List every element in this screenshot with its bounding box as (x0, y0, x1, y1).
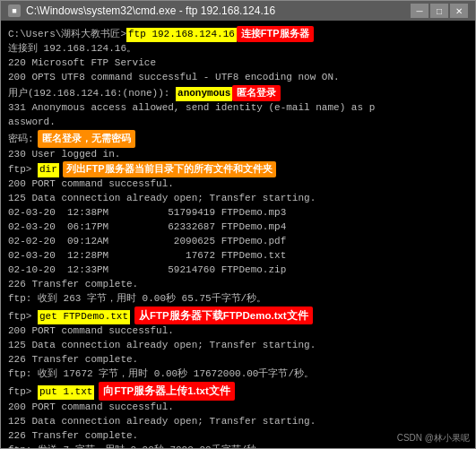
line-stats-1: ftp: 收到 263 字节，用时 0.00秒 65.75千字节/秒。 (8, 292, 468, 307)
line-dir-2: 02-03-20 06:17PM 62332687 FTPDemo.mp4 (8, 220, 468, 235)
line-put-125: 125 Data connection already open; Transf… (8, 415, 468, 429)
prompt-path: C:\Users\湖科大教书匠> (8, 28, 126, 42)
line-11: 200 PORT command successful. (8, 177, 468, 192)
watermark-author: @林小果呢 (425, 433, 470, 443)
annotation-anon-note: 匿名登录，无需密码 (38, 130, 135, 148)
line-3: 220 Microsoft FTP Service (8, 56, 468, 71)
line-9: 230 User logged in. (8, 148, 468, 162)
line-get-226: 226 Transfer complete. (8, 353, 468, 367)
title-bar-buttons[interactable]: ─ □ ✕ (411, 4, 468, 18)
line-12: 125 Data connection already open; Transf… (8, 192, 468, 206)
minimize-button[interactable]: ─ (411, 4, 428, 18)
ftp-command: ftp 192.168.124.16 (126, 28, 237, 42)
line-get: ftp> get FTPDemo.txt从FTP服务器下载FTPDemo.txt… (8, 307, 468, 325)
annotation-anonymous: 匿名登录 (232, 85, 281, 101)
line-put: ftp> put 1.txt向FTP服务器上传1.txt文件 (8, 382, 468, 401)
maximize-button[interactable]: □ (430, 4, 448, 18)
line-8: 密码:匿名登录，无需密码 (8, 130, 468, 148)
line-get-stats: ftp: 收到 17672 字节，用时 0.00秒 17672000.00千字节… (8, 367, 468, 382)
title-bar: ■ C:\Windows\system32\cmd.exe - ftp 192.… (1, 1, 475, 21)
line-10: ftp> dir列出FTP服务器当前目录下的所有文件和文件夹 (8, 161, 468, 177)
line-226-1: 226 Transfer complete. (8, 278, 468, 292)
annotation-get: 从FTP服务器下载FTPDemo.txt文件 (134, 307, 313, 325)
window: ■ C:\Windows\system32\cmd.exe - ftp 192.… (0, 0, 476, 449)
line-1: C:\Users\湖科大教书匠>ftp 192.168.124.16连接FTP服… (8, 26, 468, 42)
line-dir-5: 02-10-20 12:33PM 59214760 FTPDemo.zip (8, 263, 468, 278)
title-bar-left: ■ C:\Windows\system32\cmd.exe - ftp 192.… (8, 4, 275, 17)
annotation-put: 向FTP服务器上传1.txt文件 (99, 382, 234, 401)
window-title: C:\Windows\system32\cmd.exe - ftp 192.16… (26, 4, 275, 17)
line-2: 连接到 192.168.124.16。 (8, 42, 468, 56)
get-command: get FTPDemo.txt (38, 310, 130, 324)
line-dir-4: 02-03-20 12:28PM 17672 FTPDemo.txt (8, 249, 468, 263)
put-command: put 1.txt (38, 385, 94, 400)
terminal: C:\Users\湖科大教书匠>ftp 192.168.124.16连接FTP服… (1, 21, 475, 448)
dir-command: dir (38, 163, 59, 177)
line-dir-1: 02-03-20 12:38PM 51799419 FTPDemo.mp3 (8, 206, 468, 220)
line-6: 331 Anonymous access allowed, send ident… (8, 101, 468, 116)
line-4: 200 OPTS UTF8 command successful - UTF8 … (8, 71, 468, 85)
close-button[interactable]: ✕ (450, 4, 468, 18)
cmd-icon: ■ (8, 4, 21, 17)
line-put-port: 200 PORT command successful. (8, 401, 468, 415)
line-5: 用户(192.168.124.16:(none)): anonymous匿名登录 (8, 85, 468, 101)
line-7: assword. (8, 116, 468, 130)
annotation-dir: 列出FTP服务器当前目录下的所有文件和文件夹 (63, 161, 276, 177)
watermark: CSDN @林小果呢 (397, 432, 470, 445)
anonymous-input: anonymous (176, 87, 232, 101)
line-dir-3: 02-02-20 09:12AM 2090625 FTPDemo.pdf (8, 235, 468, 249)
annotation-connect: 连接FTP服务器 (237, 26, 314, 42)
line-get-125: 125 Data connection already open; Transf… (8, 339, 468, 353)
line-get-port: 200 PORT command successful. (8, 324, 468, 339)
